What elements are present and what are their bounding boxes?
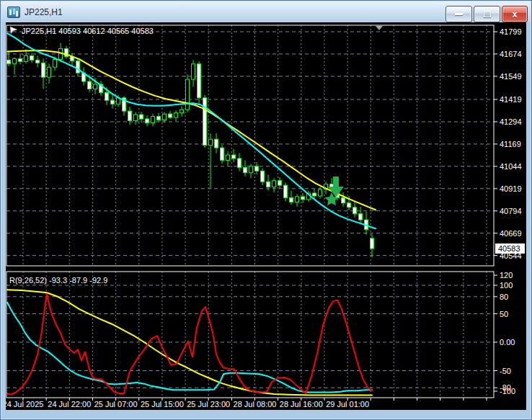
candle-body <box>53 59 57 67</box>
time-tick-label: 28 Jul 08:00 <box>234 400 277 408</box>
candle-body <box>157 117 161 120</box>
candle-body <box>174 113 178 117</box>
chart-canvas[interactable]: 4179941674415494141941294411694104440919… <box>6 22 526 410</box>
time-tick-label: 25 Jul 15:00 <box>141 400 184 408</box>
close-icon: x <box>513 10 518 19</box>
price-tick-label: 41799 <box>500 27 522 36</box>
cursor-arrow-icon <box>10 27 17 34</box>
price-tick-label: 41044 <box>500 162 522 171</box>
candle-body <box>151 117 155 123</box>
sell-signal-arrow-icon <box>328 177 344 197</box>
grid-layer <box>6 25 494 398</box>
candle-body <box>226 155 230 160</box>
candle-body <box>296 197 299 202</box>
candle-body <box>36 60 40 63</box>
candle-body <box>203 98 207 146</box>
time-tick-label: 25 Jul 07:00 <box>94 400 138 408</box>
candle-body <box>342 197 345 202</box>
time-tick-label: 24 Jul 2025 <box>6 400 43 408</box>
minimize-button[interactable] <box>445 6 472 22</box>
oscillator-main-line <box>7 294 372 395</box>
candle-body <box>19 58 22 61</box>
candle-body <box>48 67 51 77</box>
time-tick-label: 25 Jul 23:00 <box>187 400 230 408</box>
candle-body <box>169 114 172 117</box>
price-tick-label: 40669 <box>500 229 522 238</box>
candle-body <box>13 58 17 63</box>
chart-shift-marker-icon <box>376 26 383 30</box>
chart-window-icon <box>7 6 20 18</box>
chart-area[interactable]: 4179941674415494141941294411694104440919… <box>6 22 526 410</box>
candle-body <box>25 55 28 61</box>
current-price-label: 40583 <box>498 244 520 253</box>
candle-body <box>88 81 92 89</box>
candle-body <box>272 181 276 187</box>
oscillator-tick-label: 0.00 <box>500 338 515 347</box>
candle-body <box>76 61 80 73</box>
candle-body <box>232 155 236 158</box>
candle-body <box>105 92 109 100</box>
candle-body <box>94 84 97 89</box>
candle-body <box>192 64 195 79</box>
candle-body <box>221 148 224 160</box>
candle-body <box>134 115 138 120</box>
candle-body <box>313 193 316 196</box>
candle-body <box>301 197 305 200</box>
oscillator-tick-label: 100 <box>500 281 513 290</box>
candle-body <box>30 55 34 60</box>
restore-icon <box>484 11 491 17</box>
candle-body <box>284 185 288 197</box>
candle-body <box>353 207 357 214</box>
minimize-icon <box>455 13 463 15</box>
candle-body <box>198 64 201 98</box>
candle-body <box>347 203 351 207</box>
ma-fast-line <box>7 33 376 228</box>
price-tick-label: 41549 <box>500 72 522 81</box>
candle-body <box>267 182 270 187</box>
price-tick-label: 41419 <box>500 95 522 104</box>
candle-body <box>255 166 259 171</box>
price-tick-label: 41169 <box>500 140 521 148</box>
price-tick-label: 40794 <box>500 207 522 215</box>
candle-body <box>238 158 241 167</box>
candle-body <box>111 100 115 104</box>
chart-ohlc-header: JP225,H1 40593 40612 40565 40583 <box>22 27 154 35</box>
close-button[interactable]: x <box>502 6 528 22</box>
candle-body <box>215 139 218 148</box>
candle-body <box>163 114 167 120</box>
candle-body <box>290 197 293 202</box>
candle-body <box>319 189 322 196</box>
candle-body <box>7 60 11 63</box>
time-tick-label: 24 Jul 22:00 <box>48 400 91 408</box>
oscillator-tick-label: -100 <box>500 387 515 396</box>
candle-body <box>146 119 149 122</box>
time-tick-label: 28 Jul 16:00 <box>280 400 323 408</box>
candle-body <box>261 171 265 182</box>
candle-body <box>244 167 247 172</box>
price-tick-label: 41294 <box>500 117 522 126</box>
oscillator-tick-label: -50 <box>500 367 511 375</box>
candle-body <box>128 111 132 120</box>
candle-body <box>180 110 184 112</box>
candle-body <box>278 181 282 185</box>
series-layer <box>7 33 376 395</box>
price-tick-label: 41674 <box>500 50 522 58</box>
time-tick-label: 29 Jul 01:00 <box>326 400 369 408</box>
indicator-label: R(9,26,52) -93.3 -87.9 -92.9 <box>9 276 107 285</box>
candle-body <box>249 166 253 173</box>
candle-body <box>209 139 213 145</box>
candle-body <box>186 79 190 110</box>
candle-body <box>140 115 143 119</box>
candle-body <box>359 214 363 220</box>
restore-button[interactable] <box>474 6 500 22</box>
oscillator-tick-label: 120 <box>500 271 513 280</box>
oscillator-tick-label: 50 <box>500 310 508 318</box>
oscillator-tick-label: 80 <box>500 292 508 301</box>
price-tick-label: 40919 <box>500 184 522 193</box>
oscillator-panel-border <box>6 272 494 398</box>
candle-body <box>371 238 374 249</box>
mt4-chart-window: JP225,H1 x 41799416744154941419412944116… <box>0 0 532 420</box>
window-title: JP225,H1 <box>25 7 63 17</box>
candle-body <box>42 63 45 77</box>
